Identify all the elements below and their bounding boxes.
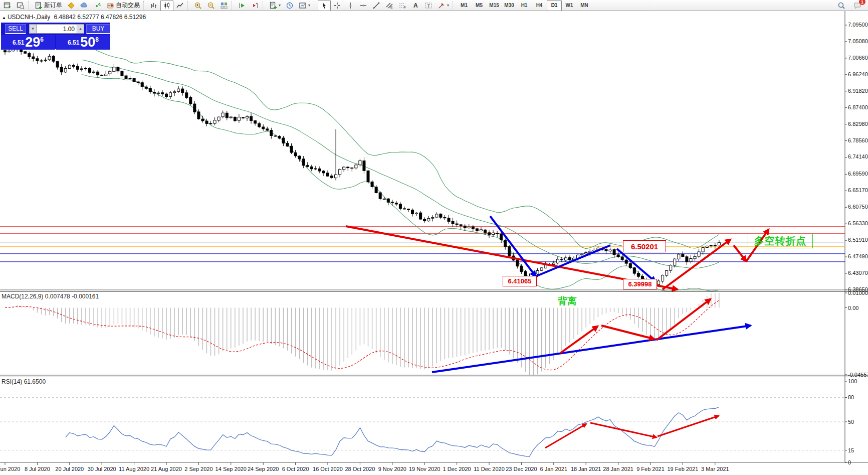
date-tick: 11 Aug 2020: [119, 466, 149, 472]
trend-arrow[interactable]: [536, 245, 610, 276]
rsi-tick: 100: [848, 378, 857, 384]
trend-arrow[interactable]: [734, 245, 746, 261]
sell-price-sup: 6: [40, 36, 44, 43]
price-tick: 6.51910: [848, 237, 868, 243]
chart-canvas[interactable]: [0, 0, 868, 475]
volume-up-button[interactable]: ▲: [77, 24, 84, 34]
price-tick: 6.69590: [848, 171, 868, 177]
buy-price[interactable]: 6.51508: [56, 35, 110, 50]
rsi-tick: 15: [848, 447, 854, 453]
rsi-tick: 50: [848, 419, 854, 425]
price-tick: 7.09500: [848, 22, 868, 28]
price-tick: 6.56330: [848, 220, 868, 226]
date-tick: 30 Jul 2020: [88, 466, 116, 472]
macd-tick: -0.045577: [848, 372, 868, 378]
macd-tick: 0.010004: [848, 290, 868, 296]
trend-arrow[interactable]: [590, 423, 657, 437]
annotation-price-label-low2[interactable]: 6.39998: [623, 279, 657, 289]
price-tick: 6.43070: [848, 270, 868, 276]
volume-down-button[interactable]: ▼: [29, 24, 37, 34]
date-tick: 6 Jan 2021: [540, 466, 567, 472]
rsi-tick: 0: [848, 459, 851, 465]
macd-label: MACD(12,26,9) 0.007478 -0.000161: [2, 293, 99, 300]
date-tick: 14 Sep 2020: [215, 466, 247, 472]
price-tick: 6.91820: [848, 88, 868, 94]
date-tick: 6 Oct 2020: [282, 466, 309, 472]
symbol-caret-icon: ▲: [2, 16, 6, 20]
date-tick: 8 Jul 2020: [25, 466, 50, 472]
symbol-timeframe: USDCNH-,Daily: [8, 14, 50, 21]
date-tick: 28 Jan 2021: [603, 466, 633, 472]
sell-button[interactable]: SELL: [5, 24, 26, 34]
buy-price-small: 6.51: [68, 39, 79, 46]
trend-arrow[interactable]: [657, 299, 711, 340]
date-tick: 9 Nov 2020: [378, 466, 406, 472]
date-tick: 19 Nov 2020: [409, 466, 440, 472]
date-tick: 20 Jul 2020: [55, 466, 84, 472]
buy-price-big: 50: [80, 35, 95, 50]
macd-tick: 0.00: [848, 305, 858, 311]
price-tick: 6.74140: [848, 153, 868, 160]
date-tick: 1 Dec 2020: [443, 466, 471, 472]
mt4-window: 新订单自动交易▾▾EFAT▾M1M5M15M30H1H4D1W1MN 1 ▲US…: [0, 0, 868, 475]
buy-button[interactable]: BUY: [86, 24, 110, 34]
date-tick: 24 Sep 2020: [248, 466, 279, 472]
date-tick: 11 Dec 2020: [474, 466, 505, 472]
one-click-trade-panel: SELL ▼▲ BUY 6.51296 6.51508: [1, 23, 110, 49]
date-tick: 3 Mar 2021: [701, 466, 729, 472]
date-tick: 21 Aug 2020: [151, 466, 182, 472]
price-tick: 6.87400: [848, 104, 868, 110]
sell-price-small: 6.51: [13, 39, 24, 46]
date-tick: 18 Jan 2021: [571, 466, 601, 472]
annotation-divergence-text[interactable]: 背离: [558, 295, 577, 308]
price-tick: 6.96240: [848, 71, 868, 77]
rsi-tick: 80: [848, 394, 854, 400]
price-tick: 6.78560: [848, 137, 868, 143]
trend-arrow[interactable]: [432, 326, 751, 372]
date-tick: 2 Sep 2020: [184, 466, 212, 472]
bollinger-band-line: [82, 45, 719, 249]
price-tick: 7.00660: [848, 55, 868, 61]
annotation-price-label-low1[interactable]: 6.41065: [503, 276, 537, 286]
chart-title: ▲USDCNH-,Daily 6.48842 6.52777 6.47826 6…: [2, 14, 146, 21]
price-tick: 6.82980: [848, 121, 868, 127]
candlesticks: [4, 44, 721, 286]
trend-arrow[interactable]: [490, 216, 536, 276]
volume-input[interactable]: [37, 24, 77, 34]
price-tick: 6.65170: [848, 187, 868, 193]
annotation-pivot-box[interactable]: 多空转折点: [748, 234, 813, 248]
date-tick: 26 Jun 2020: [0, 466, 20, 472]
date-tick: 28 Oct 2020: [345, 466, 375, 472]
sell-price-big: 29: [25, 35, 40, 50]
buy-price-sup: 8: [95, 36, 99, 43]
date-tick: 16 Oct 2020: [313, 466, 343, 472]
trend-arrow[interactable]: [545, 424, 586, 448]
annotation-price-label-high[interactable]: 6.50201: [623, 240, 666, 252]
price-tick: 6.60750: [848, 204, 868, 210]
macd-signal-line: [5, 300, 719, 370]
price-tick: 6.47490: [848, 253, 868, 259]
price-tick: 7.05080: [848, 38, 868, 44]
sell-price[interactable]: 6.51296: [1, 35, 55, 50]
macd-histogram: [5, 293, 719, 375]
ohlc-values: 6.48842 6.52777 6.47826 6.51296: [54, 14, 146, 21]
date-tick: 23 Dec 2020: [506, 466, 537, 472]
date-tick: 19 Feb 2021: [668, 466, 699, 472]
rsi-line: [66, 407, 719, 456]
date-tick: 9 Feb 2021: [636, 466, 665, 472]
rsi-label: RSI(14) 61.6500: [2, 378, 46, 385]
